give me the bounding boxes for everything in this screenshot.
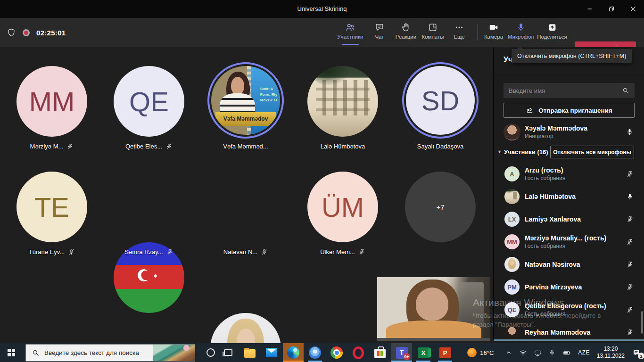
invite-share-icon xyxy=(526,106,534,115)
tab-reactions[interactable]: Реакции xyxy=(392,18,420,47)
language-indicator[interactable]: AZE xyxy=(575,343,593,362)
tray-mic-button[interactable] xyxy=(545,343,559,362)
mic-off-icon[interactable] xyxy=(626,215,634,223)
active-tab-indicator xyxy=(342,44,359,45)
security-shield-icon xyxy=(7,28,16,37)
tile-label: Sayalı Dadaşova xyxy=(393,143,487,150)
file-explorer-button[interactable] xyxy=(239,343,260,362)
participant-row[interactable]: Natəvan Nəsirova xyxy=(494,253,644,276)
mute-all-button[interactable]: Отключить все микрофоны xyxy=(550,146,634,158)
mic-off-icon[interactable] xyxy=(626,238,634,246)
tab-more[interactable]: Еще xyxy=(446,18,473,47)
action-center-button[interactable]: 1 xyxy=(628,343,644,362)
video-feed: Sinif: 4 Fənn: Riy Mövzu: H Vəfa Məmmədo… xyxy=(211,66,280,135)
folder-icon xyxy=(244,349,256,358)
camera-button[interactable]: Камера xyxy=(480,18,507,47)
teams-notification-badge: 9+ xyxy=(403,353,410,360)
mic-on-icon[interactable] xyxy=(626,193,634,200)
battery-button[interactable] xyxy=(559,343,575,362)
mic-off-icon[interactable] xyxy=(626,329,634,336)
organizer-row[interactable]: Xəyalə Məmmədova Инициатор xyxy=(494,121,644,143)
participants-section-header[interactable]: ▼ Участники (16) Отключить все микрофоны xyxy=(494,145,644,159)
store-icon xyxy=(374,349,386,358)
powerpoint-icon xyxy=(439,347,451,358)
task-view-icon xyxy=(224,349,232,356)
cortana-button[interactable] xyxy=(206,348,215,357)
excel-button[interactable] xyxy=(413,343,434,362)
participant-name: Xəyalə Məmmədova xyxy=(525,124,587,132)
participant-row[interactable]: A Arzu (гость)Гость собрания xyxy=(494,163,644,185)
send-invitation-button[interactable]: Отправка приглашения xyxy=(504,103,635,118)
tab-participants[interactable]: Участники xyxy=(337,18,364,47)
video-caption: Vəfa Məmmədov xyxy=(215,112,276,126)
participant-tile-avatar[interactable]: QE xyxy=(114,66,184,137)
recording-indicator-icon xyxy=(23,29,30,36)
chromium-browser-button[interactable] xyxy=(305,343,325,362)
microphone-button[interactable]: Микрофон xyxy=(507,18,535,47)
chrome-button[interactable] xyxy=(326,343,347,362)
teams-meeting-window: Universal Skrininq 02:25:01 Участники Ча… xyxy=(0,0,644,362)
start-button[interactable] xyxy=(0,343,23,362)
participant-row[interactable]: LX Lamiyə Xanlarova xyxy=(494,208,644,230)
participant-role: Инициатор xyxy=(525,133,587,140)
minimize-button[interactable] xyxy=(579,0,601,18)
excel-icon xyxy=(418,347,429,358)
powerpoint-button[interactable] xyxy=(435,343,455,362)
mic-on-icon[interactable] xyxy=(626,128,634,136)
wifi-button[interactable] xyxy=(516,343,530,362)
hand-icon xyxy=(401,22,411,33)
mic-off-icon xyxy=(165,143,173,150)
taskbar-search-box[interactable]: Введите здесь текст для поиска xyxy=(25,344,195,362)
participant-row[interactable]: MM Mərziyə Mursaliy... (гость)Гость собр… xyxy=(494,230,644,253)
opera-button[interactable] xyxy=(348,343,369,362)
participant-row[interactable]: PM Pərvinə Mirzəyeva xyxy=(494,276,644,298)
participant-tile-speaking[interactable]: Sinif: 4 Fənn: Riy Mövzu: H Vəfa Məmmədo… xyxy=(207,62,284,139)
tile-label: Türanə Eyv... xyxy=(5,248,99,255)
panel-scrollbar[interactable] xyxy=(641,311,643,334)
participant-row[interactable]: Lalə Hümbətova xyxy=(494,185,644,208)
task-view-button[interactable] xyxy=(218,343,239,362)
participant-tile-avatar[interactable] xyxy=(307,66,378,137)
close-button[interactable] xyxy=(622,0,644,18)
mic-off-icon[interactable] xyxy=(626,170,634,178)
tab-rooms[interactable]: Комнаты xyxy=(419,18,446,47)
opera-icon xyxy=(353,346,364,359)
share-button[interactable]: Поделиться xyxy=(538,18,566,47)
microsoft-store-button[interactable] xyxy=(370,343,390,362)
mic-off-icon[interactable] xyxy=(626,306,634,313)
battery-icon xyxy=(562,349,571,357)
avatar xyxy=(504,325,520,340)
mic-tooltip: Отключить микрофон (CTRL+SHIFT+M) xyxy=(512,49,632,63)
mail-button[interactable] xyxy=(261,343,282,362)
meeting-toolbar: 02:25:01 Участники Чат Реакции Комнаты Е… xyxy=(0,18,644,47)
mic-off-icon[interactable] xyxy=(626,261,634,268)
tile-label: Lalə Hümbətova xyxy=(296,143,390,150)
cast-button[interactable] xyxy=(530,343,545,362)
restore-button[interactable] xyxy=(601,0,622,18)
clock[interactable]: 13:20 13.11.2022 xyxy=(593,346,628,360)
weather-button[interactable]: 16°C xyxy=(464,343,502,362)
tab-chat[interactable]: Чат xyxy=(366,18,393,47)
mic-off-icon[interactable] xyxy=(626,283,634,291)
tile-label: Vəfa Məmməd... xyxy=(198,143,293,150)
tile-label: Ülkər Məm... xyxy=(296,248,390,255)
participant-tile-avatar[interactable]: ÜM xyxy=(307,172,378,242)
edge-button[interactable] xyxy=(283,343,304,362)
avatar: QE xyxy=(504,302,520,317)
search-participants-input[interactable] xyxy=(504,83,635,98)
teams-button[interactable]: 9+ xyxy=(391,343,412,362)
participant-tile-avatar[interactable]: MM xyxy=(17,66,87,137)
mic-off-icon xyxy=(358,248,365,255)
self-video-preview[interactable] xyxy=(377,277,490,341)
wifi-icon xyxy=(519,349,527,357)
tile-label: Mərziyə M... xyxy=(5,143,99,150)
tray-overflow-button[interactable] xyxy=(502,343,516,362)
mic-icon xyxy=(548,349,556,356)
mail-icon xyxy=(266,348,277,357)
overflow-participants-tile[interactable]: +7 xyxy=(405,172,476,242)
participant-tile-avatar[interactable]: TE xyxy=(17,172,87,242)
participant-row[interactable]: QE Qetibe Elesgerova (гость)Гость собран… xyxy=(494,298,644,321)
tile-label: Natəvan N... xyxy=(198,248,293,255)
participant-tile-speaking[interactable]: SD xyxy=(402,62,479,139)
title-bar: Universal Skrininq xyxy=(0,0,644,18)
